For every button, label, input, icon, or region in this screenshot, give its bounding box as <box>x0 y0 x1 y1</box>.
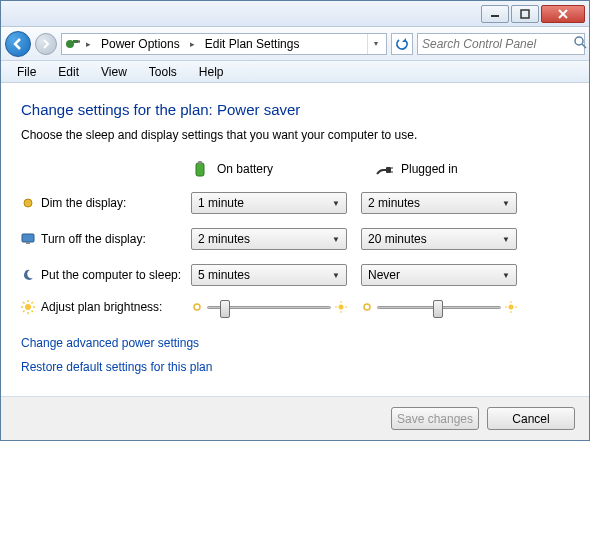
combo-value: 2 minutes <box>198 232 250 246</box>
combo-value: 20 minutes <box>368 232 427 246</box>
breadcrumb-edit-plan[interactable]: Edit Plan Settings <box>201 35 304 53</box>
minimize-icon <box>490 9 500 19</box>
svg-line-7 <box>582 44 586 48</box>
sun-icon <box>21 300 35 314</box>
refresh-icon <box>395 37 409 51</box>
maximize-icon <box>520 9 530 19</box>
cancel-button[interactable]: Cancel <box>487 407 575 430</box>
chevron-right-icon[interactable]: ▸ <box>84 39 93 49</box>
sun-small-icon <box>191 301 203 313</box>
brightness-label: Adjust plan brightness: <box>41 300 162 314</box>
maximize-button[interactable] <box>511 5 539 23</box>
moon-icon <box>21 268 35 282</box>
svg-point-4 <box>66 40 74 48</box>
svg-line-23 <box>23 311 25 313</box>
svg-rect-10 <box>386 167 391 173</box>
footer-bar: Save changes Cancel <box>1 396 589 440</box>
svg-point-6 <box>575 37 583 45</box>
svg-point-26 <box>339 305 344 310</box>
sleep-battery-combo[interactable]: 5 minutes ▼ <box>191 264 347 286</box>
svg-line-21 <box>23 302 25 304</box>
breadcrumb-power-options[interactable]: Power Options <box>97 35 184 53</box>
chevron-down-icon: ▼ <box>332 199 340 208</box>
sleep-label: Put the computer to sleep: <box>41 268 181 282</box>
search-box[interactable] <box>417 33 585 55</box>
svg-rect-15 <box>26 242 30 244</box>
content-area: Change settings for the plan: Power save… <box>1 83 589 396</box>
svg-point-13 <box>24 199 32 207</box>
back-button[interactable] <box>5 31 31 57</box>
close-button[interactable] <box>541 5 585 23</box>
turnoff-display-label: Turn off the display: <box>41 232 146 246</box>
search-input[interactable] <box>422 37 573 51</box>
chevron-down-icon: ▼ <box>502 235 510 244</box>
close-icon <box>557 9 569 19</box>
chevron-right-icon[interactable]: ▸ <box>188 39 197 49</box>
restore-defaults-link[interactable]: Restore default settings for this plan <box>21 360 569 374</box>
combo-value: Never <box>368 268 400 282</box>
slider-track[interactable] <box>207 306 331 309</box>
search-icon[interactable] <box>573 35 587 52</box>
menu-view[interactable]: View <box>91 63 137 81</box>
slider-thumb[interactable] <box>220 300 230 318</box>
navigation-bar: ▸ Power Options ▸ Edit Plan Settings ▾ <box>1 27 589 61</box>
svg-rect-8 <box>196 163 204 176</box>
sun-large-icon <box>505 301 517 313</box>
turnoff-plugged-combo[interactable]: 20 minutes ▼ <box>361 228 517 250</box>
menu-help[interactable]: Help <box>189 63 234 81</box>
forward-button[interactable] <box>35 33 57 55</box>
combo-value: 5 minutes <box>198 268 250 282</box>
links-section: Change advanced power settings Restore d… <box>21 336 569 374</box>
on-battery-label: On battery <box>217 162 273 176</box>
svg-rect-9 <box>198 161 202 164</box>
arrow-right-icon <box>41 39 51 49</box>
brightness-battery-slider[interactable] <box>191 301 347 313</box>
sun-large-icon <box>335 301 347 313</box>
plug-icon <box>375 160 393 178</box>
svg-point-32 <box>509 305 514 310</box>
page-description: Choose the sleep and display settings th… <box>21 128 569 142</box>
address-bar[interactable]: ▸ Power Options ▸ Edit Plan Settings ▾ <box>61 33 387 55</box>
monitor-icon <box>21 232 35 246</box>
menu-tools[interactable]: Tools <box>139 63 187 81</box>
title-bar <box>1 1 589 27</box>
arrow-left-icon <box>11 37 25 51</box>
menu-bar: File Edit View Tools Help <box>1 61 589 83</box>
dim-battery-combo[interactable]: 1 minute ▼ <box>191 192 347 214</box>
svg-rect-14 <box>22 234 34 242</box>
row-brightness: Adjust plan brightness: <box>21 300 569 314</box>
chevron-down-icon: ▼ <box>502 199 510 208</box>
combo-value: 2 minutes <box>368 196 420 210</box>
svg-line-22 <box>32 311 34 313</box>
dim-plugged-combo[interactable]: 2 minutes ▼ <box>361 192 517 214</box>
sleep-plugged-combo[interactable]: Never ▼ <box>361 264 517 286</box>
svg-point-25 <box>194 304 200 310</box>
explorer-window: ▸ Power Options ▸ Edit Plan Settings ▾ F… <box>0 0 590 441</box>
svg-rect-1 <box>521 10 529 18</box>
plugged-in-label: Plugged in <box>401 162 458 176</box>
slider-thumb[interactable] <box>433 300 443 318</box>
slider-track[interactable] <box>377 306 501 309</box>
brightness-plugged-slider[interactable] <box>361 301 517 313</box>
menu-file[interactable]: File <box>7 63 46 81</box>
svg-rect-5 <box>73 40 78 43</box>
sun-small-icon <box>361 301 373 313</box>
dim-icon <box>21 196 35 210</box>
row-dim-display: Dim the display: 1 minute ▼ 2 minutes ▼ <box>21 192 569 214</box>
advanced-settings-link[interactable]: Change advanced power settings <box>21 336 569 350</box>
svg-point-31 <box>364 304 370 310</box>
row-turnoff-display: Turn off the display: 2 minutes ▼ 20 min… <box>21 228 569 250</box>
battery-icon <box>191 160 209 178</box>
save-button[interactable]: Save changes <box>391 407 479 430</box>
chevron-down-icon: ▼ <box>502 271 510 280</box>
turnoff-battery-combo[interactable]: 2 minutes ▼ <box>191 228 347 250</box>
menu-edit[interactable]: Edit <box>48 63 89 81</box>
address-dropdown[interactable]: ▾ <box>367 34 384 54</box>
column-headers: On battery Plugged in <box>21 160 569 178</box>
svg-line-24 <box>32 302 34 304</box>
minimize-button[interactable] <box>481 5 509 23</box>
dim-display-label: Dim the display: <box>41 196 126 210</box>
row-sleep: Put the computer to sleep: 5 minutes ▼ N… <box>21 264 569 286</box>
refresh-button[interactable] <box>391 33 413 55</box>
combo-value: 1 minute <box>198 196 244 210</box>
